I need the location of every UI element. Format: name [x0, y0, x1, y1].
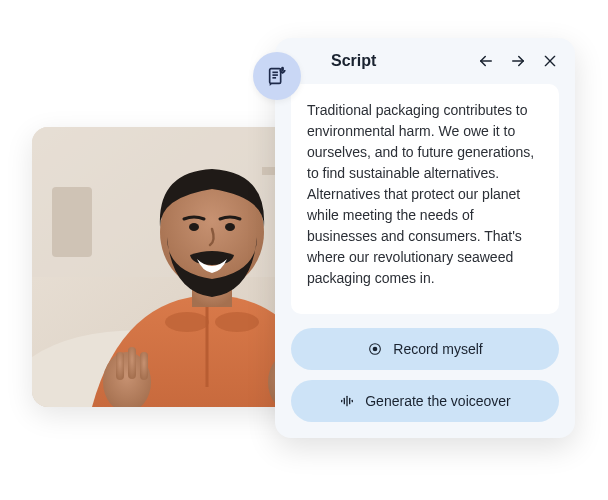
svg-rect-12	[128, 347, 136, 379]
close-button[interactable]	[541, 52, 559, 70]
script-text: Traditional packaging contributes to env…	[307, 100, 543, 289]
arrow-left-icon	[477, 52, 495, 70]
svg-rect-30	[341, 400, 342, 403]
waveform-icon	[339, 393, 355, 409]
panel-header: Script	[275, 38, 575, 80]
script-panel: Script Traditional packaging contributes…	[275, 38, 575, 438]
svg-rect-22	[281, 67, 284, 72]
svg-rect-31	[344, 398, 345, 405]
script-icon-badge	[253, 52, 301, 100]
svg-point-5	[215, 312, 259, 332]
record-myself-button[interactable]: Record myself	[291, 328, 559, 370]
svg-rect-3	[52, 187, 92, 257]
close-icon	[542, 53, 558, 69]
panel-nav	[477, 52, 559, 70]
svg-rect-11	[116, 352, 124, 380]
svg-point-4	[165, 312, 209, 332]
svg-rect-18	[270, 69, 281, 84]
svg-rect-32	[347, 396, 348, 407]
prev-button[interactable]	[477, 52, 495, 70]
svg-point-8	[189, 223, 199, 231]
svg-rect-33	[349, 398, 350, 405]
svg-point-29	[373, 347, 378, 352]
next-button[interactable]	[509, 52, 527, 70]
svg-point-9	[225, 223, 235, 231]
panel-title: Script	[331, 52, 465, 70]
svg-rect-13	[140, 352, 148, 380]
generate-voiceover-button[interactable]: Generate the voiceover	[291, 380, 559, 422]
script-mic-icon	[266, 65, 288, 87]
arrow-right-icon	[509, 52, 527, 70]
record-label: Record myself	[393, 341, 482, 357]
svg-rect-34	[352, 400, 353, 403]
voiceover-label: Generate the voiceover	[365, 393, 511, 409]
record-icon	[367, 341, 383, 357]
script-text-card: Traditional packaging contributes to env…	[291, 84, 559, 314]
